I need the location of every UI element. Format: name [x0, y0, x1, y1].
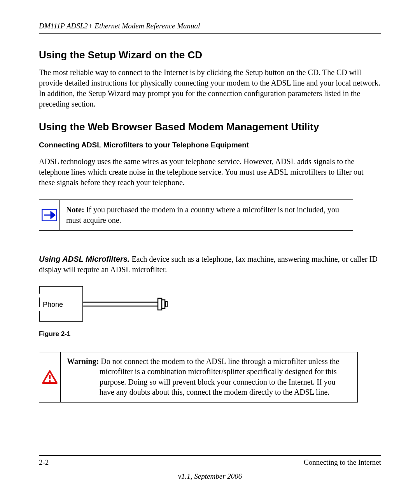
warning-triangle-icon [42, 370, 58, 385]
svg-rect-4 [158, 298, 162, 310]
warning-callout: Warning: Do not connect the modem to the… [39, 352, 358, 402]
svg-rect-7 [166, 301, 167, 307]
figure-2-1: Phone [39, 286, 381, 323]
phone-label: Phone [43, 301, 63, 309]
warning-label: Warning: [67, 357, 99, 366]
note-icon-cell [39, 200, 60, 230]
doc-version: v1.1, September 2006 [39, 472, 381, 481]
microfilter-cable-icon [82, 286, 172, 322]
figure-caption: Figure 2-1 [39, 330, 381, 338]
section1-body: The most reliable way to connect to the … [39, 67, 381, 109]
svg-rect-9 [49, 380, 51, 382]
runin-heading: Using ADSL Microfilters. [39, 255, 130, 263]
chapter-title: Connecting to the Internet [304, 458, 381, 467]
phone-box: Phone [39, 286, 83, 322]
section-heading-web-utility: Using the Web Browser Based Modem Manage… [39, 121, 381, 133]
note-callout: Note: If you purchased the modem in a co… [39, 200, 353, 231]
note-label: Note: [66, 205, 84, 214]
note-text: Note: If you purchased the modem in a co… [60, 200, 353, 230]
section-heading-setup-wizard: Using the Setup Wizard on the CD [39, 49, 381, 61]
svg-rect-8 [49, 375, 51, 379]
warning-icon-cell [39, 352, 61, 402]
page-number: 2-2 [39, 458, 49, 467]
warning-text: Warning: Do not connect the modem to the… [61, 352, 357, 402]
note-body: If you purchased the modem in a country … [66, 205, 339, 224]
section2-body: ADSL technology uses the same wires as y… [39, 156, 381, 188]
subheading-microfilters: Connecting ADSL Microfilters to your Tel… [39, 141, 381, 149]
svg-rect-5 [162, 300, 165, 308]
warning-body: Do not connect the modem to the ADSL lin… [99, 357, 339, 396]
page-footer: 2-2 Connecting to the Internet v1.1, Sep… [39, 455, 381, 481]
runin-paragraph: Using ADSL Microfilters. Each device suc… [39, 254, 381, 275]
doc-title: DM111P ADSL2+ Ethernet Modem Reference M… [39, 22, 200, 30]
document-header: DM111P ADSL2+ Ethernet Modem Reference M… [39, 22, 381, 34]
arrow-right-icon [42, 209, 57, 221]
